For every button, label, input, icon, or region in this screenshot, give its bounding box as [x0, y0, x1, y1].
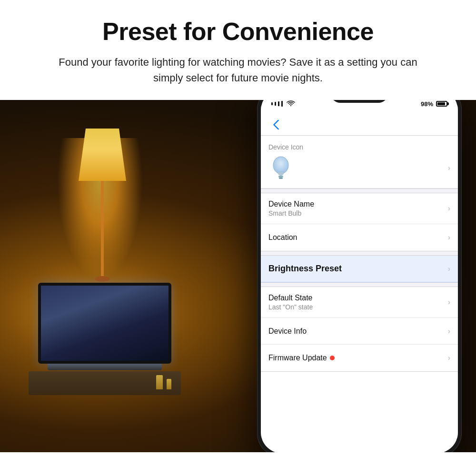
phone-mockup: 98% [257, 100, 462, 452]
default-state-row[interactable]: Default State Last "On" state › [261, 287, 458, 318]
signal-bar-3 [278, 101, 279, 106]
page-subtitle: Found your favorite lighting for watchin… [43, 54, 433, 86]
device-icon-label: Device Icon [268, 143, 450, 151]
firmware-update-label: Firmware Update [268, 354, 327, 362]
device-icon-group: Device Icon [261, 135, 458, 189]
signal-bar-1 [271, 102, 273, 105]
brightness-chevron: › [448, 265, 450, 273]
default-state-label: Default State [268, 294, 313, 302]
location-row[interactable]: Location › [261, 224, 458, 251]
device-info-label: Device Info [268, 327, 307, 336]
brightness-group: Brightness Preset › [261, 255, 458, 283]
device-icon-row[interactable]: Device Icon [261, 136, 458, 188]
floor-lamp [79, 129, 126, 282]
wifi-icon [287, 100, 295, 107]
tv-stand [48, 364, 162, 370]
lamp-shade [79, 129, 126, 181]
firmware-update-dot [330, 356, 335, 360]
brightness-left: Brightness Preset [268, 264, 342, 274]
status-left [271, 100, 295, 107]
device-icon-container: › [268, 156, 450, 180]
location-left: Location [268, 233, 298, 242]
device-info-left: Device Info [268, 327, 307, 336]
device-icon-chevron: › [448, 164, 450, 172]
device-name-row[interactable]: Device Name Smart Bulb › [261, 193, 458, 224]
lamp-stem [101, 181, 104, 276]
device-name-value: Smart Bulb [268, 209, 314, 217]
bottom-section: 98% [0, 100, 476, 452]
tv-content [41, 286, 169, 361]
battery-percent: 98% [421, 100, 433, 108]
phone-notch [331, 100, 388, 103]
device-settings-group: Device Name Smart Bulb › Location › [261, 193, 458, 251]
lamp-base [95, 276, 109, 282]
battery-fill [437, 102, 445, 105]
cabinet-decor [156, 375, 171, 389]
app-content: Device Icon [261, 112, 458, 452]
status-bar: 98% [261, 100, 458, 112]
decor-2 [167, 379, 171, 389]
back-button[interactable] [268, 117, 284, 132]
phone-screen: 98% [261, 100, 458, 452]
device-info-chevron: › [448, 327, 450, 336]
bulb-icon [268, 156, 293, 180]
device-name-chevron: › [448, 204, 450, 213]
firmware-left: Firmware Update [268, 354, 335, 362]
status-right: 98% [421, 100, 447, 108]
back-arrow-icon [273, 119, 279, 130]
settings-list: Device Icon [261, 135, 458, 372]
device-name-left: Device Name Smart Bulb [268, 200, 314, 217]
device-info-row[interactable]: Device Info › [261, 318, 458, 345]
top-section: Preset for Convenience Found your favori… [0, 0, 476, 100]
signal-bar-4 [281, 101, 283, 107]
firmware-chevron: › [448, 354, 450, 362]
tv-screen [38, 283, 171, 364]
brightness-preset-label: Brightness Preset [268, 264, 342, 274]
signal-bar-2 [275, 102, 276, 106]
default-state-chevron: › [448, 298, 450, 307]
svg-rect-3 [279, 178, 283, 179]
default-state-value: Last "On" state [268, 303, 313, 311]
brightness-preset-row[interactable]: Brightness Preset › [261, 256, 458, 282]
firmware-update-row[interactable]: Firmware Update › [261, 345, 458, 371]
page-title: Preset for Convenience [29, 17, 447, 46]
battery-icon [436, 101, 447, 107]
device-name-label: Device Name [268, 200, 314, 208]
decor-1 [156, 375, 163, 389]
svg-point-1 [273, 157, 288, 174]
back-row [261, 112, 458, 135]
default-state-left: Default State Last "On" state [268, 294, 313, 311]
tv-cabinet [29, 371, 181, 395]
more-settings-group: Default State Last "On" state › Device I… [261, 287, 458, 372]
location-chevron: › [448, 233, 450, 242]
lightbulb-svg [270, 156, 291, 180]
svg-point-0 [290, 105, 291, 106]
svg-rect-2 [278, 176, 283, 178]
phone-shell: 98% [257, 100, 462, 452]
location-label: Location [268, 233, 298, 242]
tv-unit [19, 283, 190, 395]
